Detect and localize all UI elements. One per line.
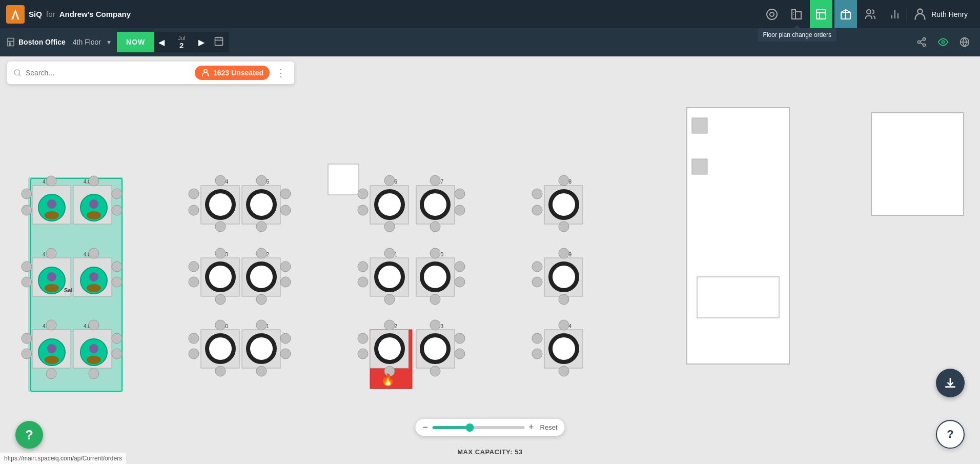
desk-monitor-4021[interactable] <box>248 335 275 362</box>
chair <box>455 261 465 272</box>
svg-point-28 <box>923 44 926 46</box>
chair <box>256 320 267 330</box>
unseated-badge[interactable]: 1623 Unseated <box>195 66 270 80</box>
now-button[interactable]: NOW <box>117 32 154 52</box>
desk-monitor-4006[interactable] <box>376 191 403 218</box>
help-button[interactable]: ? <box>15 421 43 449</box>
support-icon: ? <box>947 428 953 441</box>
svg-line-35 <box>19 74 21 76</box>
chair <box>455 349 465 359</box>
date-next-button[interactable]: ▶ <box>194 32 209 52</box>
unseated-count: 1623 Unseated <box>213 69 263 77</box>
chair <box>46 176 56 186</box>
chair <box>256 248 267 258</box>
chair <box>358 349 368 359</box>
share-button[interactable] <box>912 33 931 51</box>
building-selector[interactable]: Boston Office 4th Floor ▾ <box>6 37 111 47</box>
floor-plan: 4.002 4.003 4.015 Sales 4.014 <box>0 56 980 464</box>
chair <box>215 248 226 258</box>
date-day: 2 <box>179 41 183 50</box>
chair <box>532 205 542 215</box>
chair <box>89 248 99 258</box>
nav-analytics[interactable] <box>884 0 906 28</box>
chair <box>280 205 291 215</box>
svg-point-46 <box>45 211 59 219</box>
chair <box>215 221 226 232</box>
zoom-slider[interactable] <box>432 426 524 429</box>
desk-monitor-4007[interactable] <box>422 191 448 218</box>
download-icon <box>944 376 957 390</box>
chair <box>189 349 199 359</box>
svg-point-48 <box>87 211 101 219</box>
chair <box>280 189 291 199</box>
desk-monitor-4023[interactable] <box>422 335 448 362</box>
desk-monitor-4008[interactable] <box>550 191 577 218</box>
chair <box>112 277 122 287</box>
date-month: Jul <box>178 35 185 41</box>
view-button[interactable] <box>934 33 952 51</box>
svg-point-50 <box>45 284 59 292</box>
chair <box>559 320 569 330</box>
nav-floorplan[interactable] <box>810 0 832 28</box>
chair <box>358 205 368 215</box>
floor-plan-svg: 4.002 4.003 4.015 Sales 4.014 <box>0 56 980 464</box>
chair <box>559 294 569 305</box>
chair <box>22 261 32 272</box>
svg-line-29 <box>920 43 923 44</box>
chair <box>22 189 32 199</box>
chair <box>455 333 465 344</box>
chair <box>430 366 440 376</box>
chair <box>112 349 122 359</box>
svg-rect-58 <box>692 159 707 174</box>
chair <box>532 333 542 344</box>
download-button[interactable] <box>936 369 965 397</box>
date-prev-button[interactable]: ◀ <box>154 32 169 52</box>
svg-rect-57 <box>692 118 707 133</box>
nav-users[interactable] <box>859 0 882 28</box>
desk-monitor-4005[interactable] <box>248 191 275 218</box>
desk-monitor-4024[interactable] <box>550 335 577 362</box>
desk-monitor-4020[interactable] <box>207 335 234 362</box>
nav-package[interactable] <box>834 0 857 28</box>
chair <box>280 261 291 272</box>
desk-monitor-4013[interactable] <box>207 264 234 290</box>
chair <box>384 320 395 330</box>
fire-icon: 🔥 <box>381 373 395 387</box>
top-navigation: SiQ for Andrew's Company Floor pla <box>0 0 980 28</box>
calendar-button[interactable] <box>209 32 229 52</box>
chair <box>256 366 267 376</box>
svg-point-31 <box>942 41 945 44</box>
search-bar: 1623 Unseated ⋮ <box>7 62 294 84</box>
svg-rect-9 <box>816 10 826 19</box>
search-input[interactable] <box>26 69 191 77</box>
svg-rect-41 <box>871 113 964 215</box>
zoom-reset-button[interactable]: Reset <box>540 423 558 431</box>
chair <box>89 176 99 186</box>
zoom-minus-button[interactable]: − <box>423 422 428 433</box>
chair <box>358 261 368 272</box>
chair <box>358 277 368 287</box>
svg-point-55 <box>89 344 98 353</box>
desk-monitor-4011[interactable] <box>376 264 403 290</box>
desk-monitor-4009[interactable] <box>550 264 577 290</box>
svg-point-53 <box>47 344 56 353</box>
desk-monitor-4004[interactable] <box>207 191 234 218</box>
nav-notifications[interactable] <box>761 0 783 28</box>
svg-point-27 <box>918 41 921 44</box>
nav-buildings[interactable] <box>785 0 808 28</box>
desk-monitor-4010[interactable] <box>422 264 448 290</box>
more-options-button[interactable]: ⋮ <box>274 67 288 79</box>
globe-button[interactable] <box>955 33 974 51</box>
chair <box>559 366 569 376</box>
zoom-plus-button[interactable]: + <box>528 422 534 433</box>
chair <box>532 349 542 359</box>
chair <box>559 175 569 186</box>
logo-icon <box>6 5 25 24</box>
desk-monitor-4012[interactable] <box>248 264 275 290</box>
support-button[interactable]: ? <box>936 420 965 449</box>
chair <box>455 277 465 287</box>
chair <box>22 333 32 344</box>
building-name: Boston Office <box>18 38 66 46</box>
chair <box>215 294 226 305</box>
desk-monitor-4022[interactable] <box>376 335 403 362</box>
